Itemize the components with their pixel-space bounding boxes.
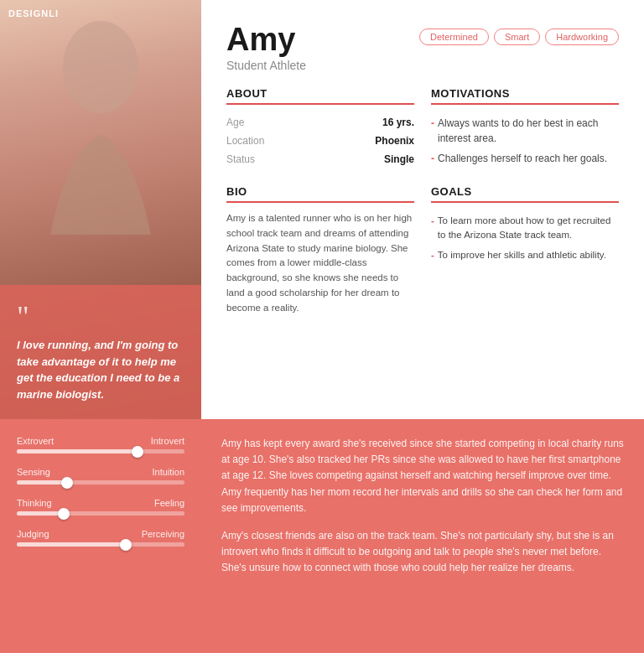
bio-title: BIO — [226, 185, 414, 203]
slider-thumb-0 — [132, 446, 143, 458]
personality-paragraph-1: Amy has kept every award she's received … — [221, 436, 624, 516]
slider-right-1: Intuition — [152, 467, 184, 477]
goal-item-1: To improve her skills and athletic abili… — [431, 246, 619, 265]
goals-title: GOALS — [431, 185, 619, 203]
slider-fill-2 — [17, 511, 64, 516]
slider-left-3: Judging — [17, 529, 49, 539]
tags-row: Determined Smart Hardworking — [419, 29, 619, 45]
slider-track-1[interactable] — [17, 480, 184, 485]
slider-labels-0: Extrovert Introvert — [17, 436, 184, 446]
slider-left-0: Extrovert — [17, 436, 54, 446]
left-panel: DESIGNLI " I love running, and I'm going… — [0, 0, 201, 419]
about-row-age: Age 16 yrs. — [226, 113, 414, 132]
goals-col: GOALS To learn more about how to get rec… — [431, 185, 619, 316]
goals-list: To learn more about how to get recruited… — [431, 211, 619, 265]
slider-track-3[interactable] — [17, 542, 184, 547]
about-label-status: Status — [226, 150, 277, 168]
slider-track-0[interactable] — [17, 449, 184, 453]
motivations-list: Always wants to do her best in each inte… — [431, 113, 619, 168]
slider-fill-1 — [17, 480, 67, 485]
tag-determined: Determined — [419, 29, 489, 45]
tag-hardworking: Hardworking — [545, 29, 619, 45]
bottom-section: Extrovert Introvert Sensing Intuition — [0, 419, 644, 653]
quote-text: I love running, and I'm going to take ad… — [17, 337, 188, 402]
slider-labels-2: Thinking Feeling — [17, 498, 184, 508]
slider-right-2: Feeling — [154, 498, 184, 508]
svg-point-0 — [63, 21, 138, 113]
quote-section: " I love running, and I'm going to take … — [0, 285, 201, 419]
motivations-col: MOTIVATIONS Always wants to do her best … — [431, 87, 619, 168]
about-row-status: Status Single — [226, 150, 414, 168]
about-title: ABOUT — [226, 87, 414, 105]
goal-item-0: To learn more about how to get recruited… — [431, 211, 619, 246]
about-table: Age 16 yrs. Location Phoenix Status Sing… — [226, 113, 414, 168]
person-role: Student Athlete — [226, 59, 619, 72]
slider-left-1: Sensing — [17, 467, 50, 477]
slider-fill-0 — [17, 449, 138, 453]
about-row-location: Location Phoenix — [226, 132, 414, 150]
slider-judging-perceiving: Judging Perceiving — [17, 529, 184, 547]
about-value-location: Phoenix — [277, 132, 414, 150]
top-section: DESIGNLI " I love running, and I'm going… — [0, 0, 644, 419]
motivation-item-0: Always wants to do her best in each inte… — [431, 113, 619, 148]
about-col: ABOUT Age 16 yrs. Location Phoenix Statu… — [226, 87, 414, 168]
slider-right-0: Introvert — [151, 436, 184, 446]
bio-goals-grid: BIO Amy is a talented runner who is on h… — [226, 185, 619, 316]
motivations-title: MOTIVATIONS — [431, 87, 619, 105]
person-name: Amy — [226, 23, 295, 55]
bio-text: Amy is a talented runner who is on her h… — [226, 211, 414, 316]
slider-thinking-feeling: Thinking Feeling — [17, 498, 184, 516]
slider-thumb-1 — [61, 477, 73, 489]
quote-mark: " — [17, 302, 188, 332]
bio-col: BIO Amy is a talented runner who is on h… — [226, 185, 414, 316]
about-label-age: Age — [226, 113, 277, 132]
personality-panel: Amy has kept every award she's received … — [201, 419, 644, 653]
slider-thumb-3 — [120, 539, 132, 551]
app-container: DESIGNLI " I love running, and I'm going… — [0, 0, 644, 653]
mbti-panel: Extrovert Introvert Sensing Intuition — [0, 419, 201, 653]
slider-track-2[interactable] — [17, 511, 184, 516]
about-label-location: Location — [226, 132, 277, 150]
name-row: Amy Determined Smart Hardworking — [226, 23, 619, 55]
motivation-item-1: Challenges herself to reach her goals. — [431, 148, 619, 168]
info-grid: ABOUT Age 16 yrs. Location Phoenix Statu… — [226, 87, 619, 168]
about-value-age: 16 yrs. — [277, 113, 414, 132]
logo-text: DESIGNLI — [8, 8, 59, 18]
personality-paragraph-2: Amy's closest friends are also on the tr… — [221, 528, 624, 577]
slider-right-3: Perceiving — [142, 529, 184, 539]
slider-labels-1: Sensing Intuition — [17, 467, 184, 477]
slider-thumb-2 — [58, 508, 70, 520]
about-value-status: Single — [277, 150, 414, 168]
slider-left-2: Thinking — [17, 498, 52, 508]
right-panel-top: Amy Determined Smart Hardworking Student… — [201, 0, 644, 419]
slider-fill-3 — [17, 542, 126, 547]
tag-smart: Smart — [494, 29, 540, 45]
slider-sensing-intuition: Sensing Intuition — [17, 467, 184, 485]
slider-extrovert-introvert: Extrovert Introvert — [17, 436, 184, 453]
slider-labels-3: Judging Perceiving — [17, 529, 184, 539]
person-image — [0, 0, 201, 235]
